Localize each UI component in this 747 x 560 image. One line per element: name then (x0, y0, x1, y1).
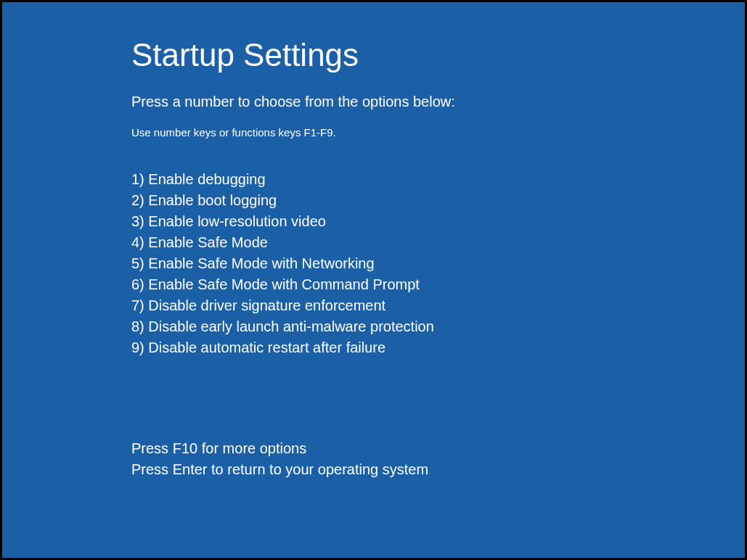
option-3-enable-low-resolution-video[interactable]: 3) Enable low-resolution video (131, 211, 455, 232)
option-4-enable-safe-mode[interactable]: 4) Enable Safe Mode (131, 232, 455, 253)
option-9-disable-automatic-restart[interactable]: 9) Disable automatic restart after failu… (131, 337, 455, 358)
options-list: 1) Enable debugging 2) Enable boot loggi… (131, 169, 455, 358)
option-7-disable-driver-signature-enforcement[interactable]: 7) Disable driver signature enforcement (131, 295, 455, 316)
option-5-enable-safe-mode-networking[interactable]: 5) Enable Safe Mode with Networking (131, 253, 455, 274)
page-title: Startup Settings (131, 37, 455, 73)
enter-return: Press Enter to return to your operating … (131, 459, 455, 480)
content-area: Startup Settings Press a number to choos… (131, 37, 455, 480)
f10-more-options: Press F10 for more options (131, 438, 455, 459)
hint-text: Use number keys or functions keys F1-F9. (131, 126, 455, 139)
startup-settings-screen: Startup Settings Press a number to choos… (2, 2, 745, 558)
option-1-enable-debugging[interactable]: 1) Enable debugging (131, 169, 455, 190)
option-6-enable-safe-mode-command-prompt[interactable]: 6) Enable Safe Mode with Command Prompt (131, 274, 455, 295)
option-8-disable-early-launch-anti-malware[interactable]: 8) Disable early launch anti-malware pro… (131, 316, 455, 337)
instruction-text: Press a number to choose from the option… (131, 94, 455, 110)
footer-instructions: Press F10 for more options Press Enter t… (131, 438, 455, 480)
option-2-enable-boot-logging[interactable]: 2) Enable boot logging (131, 190, 455, 211)
